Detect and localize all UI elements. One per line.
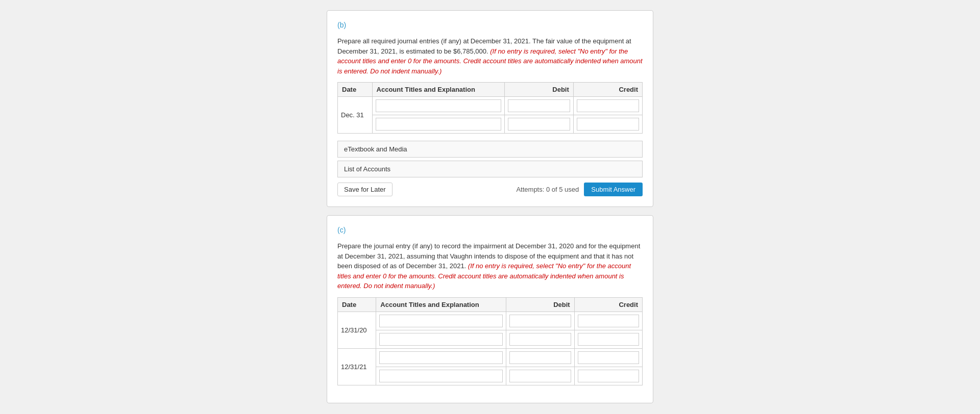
th-credit-b: Credit xyxy=(573,83,642,97)
right-group-b: Attempts: 0 of 5 used Submit Answer xyxy=(516,183,643,196)
page-container: (b) Prepare all required journal entries… xyxy=(0,0,980,413)
credit-input-cell-c2[interactable] xyxy=(574,330,642,348)
acct-input-c1[interactable] xyxy=(379,315,503,327)
table-row xyxy=(338,367,643,385)
debit-input-b1[interactable] xyxy=(508,99,570,112)
credit-input-c4[interactable] xyxy=(578,370,639,382)
acct-input-cell-b1[interactable] xyxy=(372,97,504,115)
credit-input-c2[interactable] xyxy=(578,333,639,346)
th-credit-c: Credit xyxy=(574,297,642,312)
date-cell-1231-20: 12/31/20 xyxy=(338,312,376,348)
acct-input-c2[interactable] xyxy=(379,333,503,346)
debit-input-c4[interactable] xyxy=(509,370,571,382)
acct-input-c4[interactable] xyxy=(379,370,503,382)
table-row: Dec. 31 xyxy=(338,97,643,115)
date-cell-dec31: Dec. 31 xyxy=(338,97,373,134)
debit-input-b2[interactable] xyxy=(508,118,570,131)
date-cell-1231-21: 12/31/21 xyxy=(338,348,376,385)
debit-input-cell-c2[interactable] xyxy=(506,330,574,348)
debit-input-cell-c3[interactable] xyxy=(506,348,574,367)
table-row xyxy=(338,330,643,348)
credit-input-b1[interactable] xyxy=(577,99,639,112)
th-date-c: Date xyxy=(338,297,376,312)
debit-input-c2[interactable] xyxy=(509,333,571,346)
debit-input-cell-b1[interactable] xyxy=(504,97,573,115)
credit-input-cell-b1[interactable] xyxy=(573,97,642,115)
acct-input-cell-c4[interactable] xyxy=(376,367,506,385)
acct-input-b1[interactable] xyxy=(376,99,501,112)
credit-input-cell-c1[interactable] xyxy=(574,312,642,330)
table-row xyxy=(338,115,643,134)
acct-input-cell-b2[interactable] xyxy=(372,115,504,134)
debit-input-c1[interactable] xyxy=(509,315,571,327)
th-acct-c: Account Titles and Explanation xyxy=(376,297,506,312)
section-c-instruction: Prepare the journal entry (if any) to re… xyxy=(337,241,643,291)
credit-input-cell-b2[interactable] xyxy=(573,115,642,134)
acct-input-cell-c1[interactable] xyxy=(376,312,506,330)
th-acct-b: Account Titles and Explanation xyxy=(372,83,504,97)
credit-input-cell-c3[interactable] xyxy=(574,348,642,367)
list-accounts-button[interactable]: List of Accounts xyxy=(337,161,643,177)
th-debit-b: Debit xyxy=(504,83,573,97)
th-date-b: Date xyxy=(338,83,373,97)
section-b-card: (b) Prepare all required journal entries… xyxy=(327,10,653,207)
table-row: 12/31/21 xyxy=(338,348,643,367)
section-b-instruction: Prepare all required journal entries (if… xyxy=(337,36,643,76)
acct-input-c3[interactable] xyxy=(379,351,503,364)
table-row: 12/31/20 xyxy=(338,312,643,330)
section-c-label: (c) xyxy=(337,226,643,234)
credit-input-c1[interactable] xyxy=(578,315,639,327)
acct-input-cell-c3[interactable] xyxy=(376,348,506,367)
acct-input-b2[interactable] xyxy=(376,118,501,131)
debit-input-c3[interactable] xyxy=(509,351,571,364)
th-debit-c: Debit xyxy=(506,297,574,312)
journal-table-c: Date Account Titles and Explanation Debi… xyxy=(337,297,643,385)
attempts-text-b: Attempts: 0 of 5 used xyxy=(516,186,579,193)
etextbook-button[interactable]: eTextbook and Media xyxy=(337,141,643,158)
section-b-label: (b) xyxy=(337,21,643,29)
acct-input-cell-c2[interactable] xyxy=(376,330,506,348)
bottom-row-b: Save for Later Attempts: 0 of 5 used Sub… xyxy=(337,183,643,196)
save-later-button-b[interactable]: Save for Later xyxy=(337,183,393,196)
credit-input-b2[interactable] xyxy=(577,118,639,131)
credit-input-cell-c4[interactable] xyxy=(574,367,642,385)
credit-input-c3[interactable] xyxy=(578,351,639,364)
section-c-card: (c) Prepare the journal entry (if any) t… xyxy=(327,215,653,403)
debit-input-cell-c4[interactable] xyxy=(506,367,574,385)
debit-input-cell-b2[interactable] xyxy=(504,115,573,134)
journal-table-b: Date Account Titles and Explanation Debi… xyxy=(337,82,643,134)
submit-button-b[interactable]: Submit Answer xyxy=(584,183,643,196)
debit-input-cell-c1[interactable] xyxy=(506,312,574,330)
